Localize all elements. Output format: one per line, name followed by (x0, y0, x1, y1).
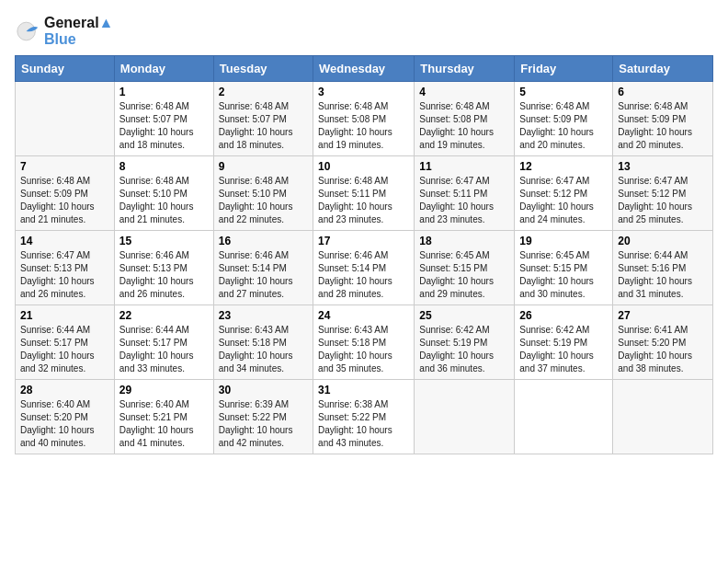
col-header-thursday: Thursday (415, 56, 515, 82)
day-cell: 16Sunrise: 6:46 AMSunset: 5:14 PMDayligh… (213, 231, 313, 305)
day-number: 8 (119, 160, 209, 173)
day-number: 13 (618, 160, 708, 173)
day-number: 6 (618, 86, 708, 98)
day-info: Sunrise: 6:48 AMSunset: 5:09 PMDaylight:… (618, 100, 708, 152)
day-info: Sunrise: 6:48 AMSunset: 5:07 PMDaylight:… (219, 100, 308, 152)
day-cell (415, 380, 515, 454)
day-info: Sunrise: 6:40 AMSunset: 5:20 PMDaylight:… (20, 398, 109, 450)
day-number: 5 (519, 86, 608, 98)
day-cell: 24Sunrise: 6:43 AMSunset: 5:18 PMDayligh… (313, 305, 415, 380)
day-number: 24 (318, 309, 409, 322)
day-cell: 5Sunrise: 6:48 AMSunset: 5:09 PMDaylight… (515, 82, 613, 156)
day-info: Sunrise: 6:46 AMSunset: 5:14 PMDaylight:… (219, 249, 308, 301)
day-number: 15 (119, 235, 209, 247)
day-cell: 23Sunrise: 6:43 AMSunset: 5:18 PMDayligh… (213, 305, 313, 380)
calendar-table: SundayMondayTuesdayWednesdayThursdayFrid… (15, 55, 713, 454)
day-number: 18 (419, 235, 509, 247)
day-cell: 12Sunrise: 6:47 AMSunset: 5:12 PMDayligh… (515, 156, 613, 231)
day-info: Sunrise: 6:44 AMSunset: 5:17 PMDaylight:… (20, 324, 109, 375)
day-info: Sunrise: 6:46 AMSunset: 5:13 PMDaylight:… (119, 249, 209, 301)
day-number: 4 (419, 86, 509, 98)
day-cell: 25Sunrise: 6:42 AMSunset: 5:19 PMDayligh… (415, 305, 515, 380)
day-number: 30 (219, 384, 308, 396)
day-number: 21 (20, 309, 109, 322)
day-info: Sunrise: 6:48 AMSunset: 5:08 PMDaylight:… (318, 100, 409, 152)
day-info: Sunrise: 6:48 AMSunset: 5:09 PMDaylight:… (519, 100, 608, 152)
day-info: Sunrise: 6:48 AMSunset: 5:08 PMDaylight:… (419, 100, 509, 152)
col-header-saturday: Saturday (613, 56, 713, 82)
day-number: 3 (318, 86, 409, 98)
day-cell: 10Sunrise: 6:48 AMSunset: 5:11 PMDayligh… (313, 156, 415, 231)
day-number: 17 (318, 235, 409, 247)
day-cell: 19Sunrise: 6:45 AMSunset: 5:15 PMDayligh… (515, 231, 613, 305)
day-cell: 6Sunrise: 6:48 AMSunset: 5:09 PMDaylight… (613, 82, 713, 156)
day-info: Sunrise: 6:41 AMSunset: 5:20 PMDaylight:… (618, 324, 708, 375)
col-header-friday: Friday (515, 56, 613, 82)
day-info: Sunrise: 6:42 AMSunset: 5:19 PMDaylight:… (419, 324, 509, 375)
day-number: 16 (219, 235, 308, 247)
page-header: General▲ Blue (15, 15, 713, 48)
day-info: Sunrise: 6:47 AMSunset: 5:13 PMDaylight:… (20, 249, 109, 301)
day-number: 9 (219, 160, 308, 173)
day-number: 10 (318, 160, 409, 173)
day-number: 28 (20, 384, 109, 396)
day-info: Sunrise: 6:48 AMSunset: 5:11 PMDaylight:… (318, 175, 409, 226)
day-number: 31 (318, 384, 409, 396)
day-cell: 26Sunrise: 6:42 AMSunset: 5:19 PMDayligh… (515, 305, 613, 380)
day-number: 23 (219, 309, 308, 322)
logo-text: General▲ Blue (44, 15, 113, 48)
col-header-tuesday: Tuesday (213, 56, 313, 82)
day-info: Sunrise: 6:43 AMSunset: 5:18 PMDaylight:… (219, 324, 308, 375)
day-cell: 27Sunrise: 6:41 AMSunset: 5:20 PMDayligh… (613, 305, 713, 380)
day-cell: 1Sunrise: 6:48 AMSunset: 5:07 PMDaylight… (114, 82, 213, 156)
week-row-1: 1Sunrise: 6:48 AMSunset: 5:07 PMDaylight… (16, 82, 713, 156)
day-cell: 22Sunrise: 6:44 AMSunset: 5:17 PMDayligh… (114, 305, 213, 380)
day-info: Sunrise: 6:48 AMSunset: 5:07 PMDaylight:… (119, 100, 209, 152)
day-info: Sunrise: 6:47 AMSunset: 5:11 PMDaylight:… (419, 175, 509, 226)
day-cell: 9Sunrise: 6:48 AMSunset: 5:10 PMDaylight… (213, 156, 313, 231)
day-cell: 30Sunrise: 6:39 AMSunset: 5:22 PMDayligh… (213, 380, 313, 454)
day-number: 26 (519, 309, 608, 322)
week-row-2: 7Sunrise: 6:48 AMSunset: 5:09 PMDaylight… (16, 156, 713, 231)
day-cell: 8Sunrise: 6:48 AMSunset: 5:10 PMDaylight… (114, 156, 213, 231)
week-row-4: 21Sunrise: 6:44 AMSunset: 5:17 PMDayligh… (16, 305, 713, 380)
day-info: Sunrise: 6:48 AMSunset: 5:09 PMDaylight:… (20, 175, 109, 226)
logo: General▲ Blue (15, 15, 113, 48)
day-info: Sunrise: 6:45 AMSunset: 5:15 PMDaylight:… (419, 249, 509, 301)
day-number: 25 (419, 309, 509, 322)
day-number: 22 (119, 309, 209, 322)
day-cell: 18Sunrise: 6:45 AMSunset: 5:15 PMDayligh… (415, 231, 515, 305)
day-number: 7 (20, 160, 109, 173)
day-cell (515, 380, 613, 454)
day-info: Sunrise: 6:40 AMSunset: 5:21 PMDaylight:… (119, 398, 209, 450)
day-cell: 28Sunrise: 6:40 AMSunset: 5:20 PMDayligh… (16, 380, 115, 454)
header-row: SundayMondayTuesdayWednesdayThursdayFrid… (16, 56, 713, 82)
day-number: 20 (618, 235, 708, 247)
day-info: Sunrise: 6:47 AMSunset: 5:12 PMDaylight:… (519, 175, 608, 226)
day-cell (613, 380, 713, 454)
day-cell: 31Sunrise: 6:38 AMSunset: 5:22 PMDayligh… (313, 380, 415, 454)
day-number: 19 (519, 235, 608, 247)
day-info: Sunrise: 6:43 AMSunset: 5:18 PMDaylight:… (318, 324, 409, 375)
day-info: Sunrise: 6:44 AMSunset: 5:16 PMDaylight:… (618, 249, 708, 301)
day-info: Sunrise: 6:39 AMSunset: 5:22 PMDaylight:… (219, 398, 308, 450)
day-cell: 13Sunrise: 6:47 AMSunset: 5:12 PMDayligh… (613, 156, 713, 231)
day-cell: 4Sunrise: 6:48 AMSunset: 5:08 PMDaylight… (415, 82, 515, 156)
day-cell: 21Sunrise: 6:44 AMSunset: 5:17 PMDayligh… (16, 305, 115, 380)
col-header-monday: Monday (114, 56, 213, 82)
day-info: Sunrise: 6:42 AMSunset: 5:19 PMDaylight:… (519, 324, 608, 375)
day-number: 14 (20, 235, 109, 247)
day-cell: 17Sunrise: 6:46 AMSunset: 5:14 PMDayligh… (313, 231, 415, 305)
week-row-3: 14Sunrise: 6:47 AMSunset: 5:13 PMDayligh… (16, 231, 713, 305)
day-cell: 29Sunrise: 6:40 AMSunset: 5:21 PMDayligh… (114, 380, 213, 454)
day-cell: 15Sunrise: 6:46 AMSunset: 5:13 PMDayligh… (114, 231, 213, 305)
day-cell: 2Sunrise: 6:48 AMSunset: 5:07 PMDaylight… (213, 82, 313, 156)
logo-icon (15, 18, 40, 44)
day-number: 12 (519, 160, 608, 173)
col-header-wednesday: Wednesday (313, 56, 415, 82)
day-info: Sunrise: 6:47 AMSunset: 5:12 PMDaylight:… (618, 175, 708, 226)
day-cell: 14Sunrise: 6:47 AMSunset: 5:13 PMDayligh… (16, 231, 115, 305)
day-cell: 20Sunrise: 6:44 AMSunset: 5:16 PMDayligh… (613, 231, 713, 305)
week-row-5: 28Sunrise: 6:40 AMSunset: 5:20 PMDayligh… (16, 380, 713, 454)
day-info: Sunrise: 6:38 AMSunset: 5:22 PMDaylight:… (318, 398, 409, 450)
